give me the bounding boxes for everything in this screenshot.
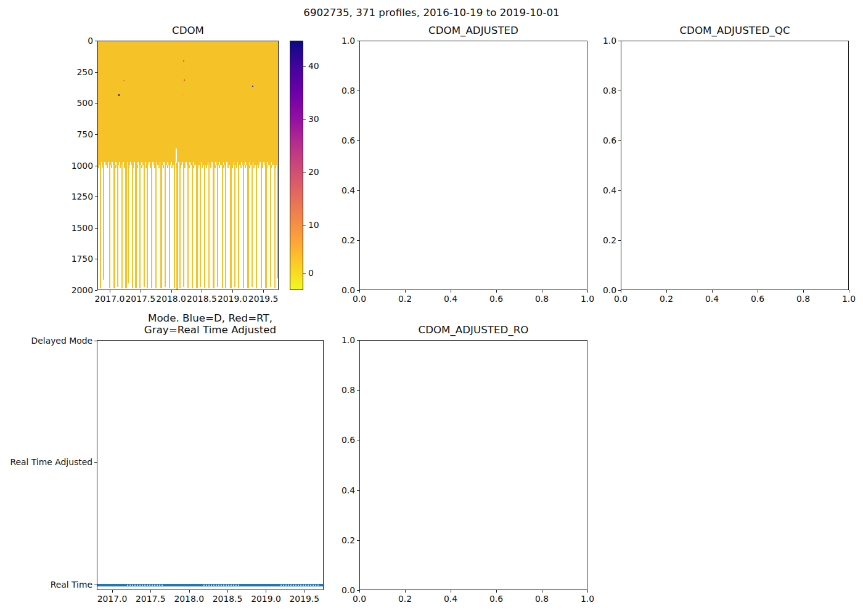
x-tick-label: 0.6 [489, 594, 503, 604]
deep-profile-stripe [169, 162, 170, 288]
deep-profile-stripe [109, 162, 110, 288]
y-tick-mark [357, 440, 359, 440]
y-tick-label: 0.6 [342, 435, 355, 445]
x-tick-label: 1.0 [581, 294, 594, 304]
x-tick-mark [587, 590, 588, 593]
y-tick-mark [618, 240, 621, 241]
y-tick-mark [95, 290, 97, 291]
deep-profile-stripe [274, 162, 276, 288]
colorbar-tick-label: 10 [308, 220, 319, 230]
gray-adjusted-overlay [203, 585, 240, 586]
deep-profile-stripe [117, 162, 118, 287]
gray-adjusted-overlay [280, 585, 320, 586]
x-tick-label: 2018.5 [213, 594, 243, 604]
figure: 6902735, 371 profiles, 2016-10-19 to 201… [0, 0, 863, 616]
y-tick-label: 0.6 [342, 136, 355, 145]
x-tick-label: 0.2 [398, 294, 412, 304]
deep-profile-stripe [165, 162, 166, 287]
deep-profile-stripe [277, 162, 278, 278]
x-tick-mark [150, 590, 151, 593]
y-tick-label: 2000 [72, 285, 93, 295]
deep-profile-stripe [270, 162, 271, 287]
cdom-adjusted-ro-axes-title: CDOM_ADJUSTED_RO [418, 323, 528, 336]
y-tick-label: 250 [76, 67, 93, 77]
y-tick-label: 0.6 [603, 136, 616, 145]
deep-profile-stripe [208, 162, 210, 288]
deep-profile-stripe [151, 162, 152, 288]
cdom-adjusted-ro-axes: CDOM_ADJUSTED_RO 0.00.20.40.60.81.01.00.… [359, 340, 587, 590]
deep-profile-stripe [222, 162, 223, 288]
deep-profile-stripe [213, 162, 215, 288]
y-tick-mark [95, 72, 97, 73]
y-tick-label: 0.2 [342, 535, 355, 545]
colorbar-tick-mark [303, 66, 306, 67]
deep-profile-stripe [261, 162, 262, 288]
colorbar-tick-label: 20 [308, 167, 319, 177]
heatmap-speck [184, 67, 184, 68]
y-tick-mark [95, 259, 97, 259]
colorbar-tick-mark [303, 172, 306, 172]
colorbar-tick-mark [303, 119, 306, 120]
deep-profile-stripe [100, 162, 101, 288]
x-tick-label: 0.2 [660, 294, 673, 304]
y-tick-mark [357, 340, 359, 341]
x-tick-label: 2019.0 [218, 294, 248, 304]
y-tick-mark [357, 91, 359, 91]
y-tick-mark [357, 390, 359, 391]
cdom-heatmap-axes: CDOM 2017.02017.52018.02018.52019.02019.… [97, 41, 279, 290]
deep-profile-stripe [103, 162, 104, 280]
deep-profile-stripe [192, 162, 193, 288]
x-tick-label: 0.6 [751, 294, 764, 304]
y-tick-mark [95, 103, 97, 103]
x-tick-mark [266, 590, 266, 593]
deep-profile-stripe [128, 162, 129, 283]
cdom-axes-title: CDOM [172, 24, 204, 36]
heatmap-speck [183, 60, 184, 62]
y-tick-mark [94, 585, 97, 585]
x-tick-mark [621, 290, 621, 293]
y-tick-label: 0.2 [603, 235, 616, 245]
x-tick-label: 2017.5 [136, 594, 166, 604]
deep-profile-stripe [113, 162, 115, 288]
deep-profile-stripe [174, 162, 175, 288]
y-tick-mark [95, 134, 97, 135]
y-tick-label: 0.4 [603, 185, 616, 195]
y-tick-label: 750 [76, 129, 93, 139]
heatmap-white-notch [176, 148, 177, 163]
y-tick-mark [357, 190, 359, 191]
x-tick-mark [359, 290, 360, 293]
y-tick-mark [357, 240, 359, 241]
y-tick-mark [618, 190, 621, 191]
y-tick-mark [357, 590, 359, 591]
deep-profile-stripe [234, 162, 235, 287]
y-tick-mark [95, 197, 97, 197]
deep-profile-stripe [252, 162, 253, 287]
x-tick-label: 0.6 [489, 294, 503, 304]
x-tick-mark [305, 590, 305, 593]
x-tick-mark [542, 290, 542, 293]
x-tick-mark [712, 290, 713, 293]
deep-profile-stripe [121, 162, 123, 288]
deep-profile-stripe [144, 162, 145, 287]
heatmap-speck [118, 94, 120, 96]
x-tick-mark [542, 590, 542, 593]
deep-profile-stripe [247, 162, 249, 288]
x-tick-label: 2018.0 [174, 594, 204, 604]
cdom-adjusted-axes-frame [359, 41, 587, 290]
y-tick-label: Real Time [51, 580, 92, 590]
x-tick-mark [849, 290, 849, 293]
deep-profile-stripe [256, 162, 257, 288]
y-tick-mark [618, 290, 621, 291]
x-tick-label: 2017.0 [97, 594, 128, 604]
y-tick-mark [357, 41, 359, 41]
colorbar-frame [290, 41, 303, 290]
y-tick-label: 1500 [72, 223, 93, 233]
x-tick-label: 0.0 [353, 294, 366, 304]
deep-profile-stripe [183, 162, 184, 287]
cdom-adjusted-qc-axes: CDOM_ADJUSTED_QC 0.00.20.40.60.81.01.00.… [621, 41, 849, 290]
heatmap-speck [184, 79, 185, 81]
cdom-adjusted-ro-axes-frame [359, 340, 587, 590]
x-tick-mark [405, 590, 406, 593]
deep-profile-stripe [230, 162, 232, 288]
x-tick-mark [189, 590, 190, 593]
